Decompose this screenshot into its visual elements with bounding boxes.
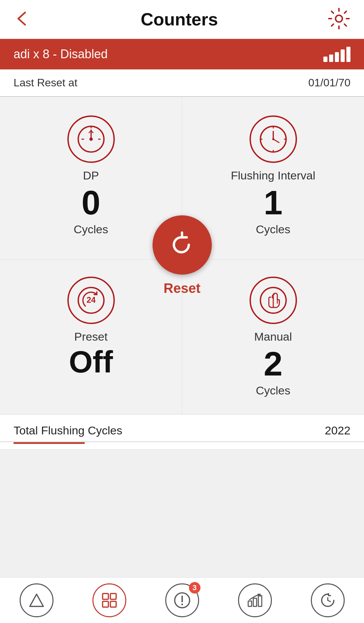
nav-item-grid[interactable] — [89, 580, 130, 621]
svg-line-34 — [328, 600, 330, 602]
nav-item-history[interactable] — [307, 580, 348, 621]
settings-button[interactable] — [327, 7, 350, 31]
preset-label: Preset — [74, 330, 107, 343]
flushing-interval-label: Flushing Interval — [231, 169, 315, 182]
page-title: Counters — [141, 9, 218, 29]
back-button[interactable] — [14, 10, 31, 29]
triangle-icon — [20, 583, 53, 617]
svg-rect-30 — [248, 601, 252, 606]
dp-label: DP — [83, 169, 99, 182]
svg-rect-25 — [103, 601, 108, 607]
svg-rect-23 — [103, 594, 108, 599]
total-row: Total Flushing Cycles 2022 — [0, 414, 364, 442]
grid-icon — [92, 583, 126, 617]
bottom-nav: 3 — [0, 577, 364, 623]
svg-point-0 — [336, 15, 342, 22]
history-icon — [311, 583, 345, 617]
svg-text:24: 24 — [86, 295, 95, 304]
manual-label: Manual — [254, 330, 292, 343]
flushing-interval-unit: Cycles — [256, 223, 290, 236]
counter-grid: DP 0 Cycles Flushing Interval 1 Cycles — [0, 96, 364, 414]
last-reset-value: 01/01/70 — [308, 77, 350, 89]
total-flushing-value: 2022 — [325, 424, 350, 437]
last-reset-row: Last Reset at 01/01/70 — [0, 69, 364, 96]
total-flushing-section: Total Flushing Cycles 2022 — [0, 414, 364, 450]
nav-item-chart[interactable] — [235, 580, 275, 621]
manual-unit: Cycles — [256, 384, 290, 397]
header: Counters — [0, 0, 364, 39]
reset-label: Reset — [164, 281, 200, 296]
flushing-interval-value: 1 — [264, 186, 283, 219]
last-reset-label: Last Reset at — [14, 77, 78, 89]
chart-icon — [238, 583, 272, 617]
svg-marker-22 — [30, 594, 43, 606]
dp-value: 0 — [82, 186, 101, 219]
nav-item-home[interactable] — [16, 580, 57, 621]
signal-icon — [323, 47, 350, 62]
svg-rect-26 — [110, 601, 116, 607]
dp-unit: Cycles — [73, 223, 108, 236]
total-flushing-label: Total Flushing Cycles — [14, 424, 122, 437]
svg-point-29 — [181, 604, 183, 605]
reset-center: Reset — [152, 215, 212, 296]
preset-value: Off — [69, 347, 113, 377]
svg-line-12 — [273, 139, 279, 143]
status-bar: adi x 8 - Disabled — [0, 39, 364, 69]
svg-rect-31 — [253, 598, 257, 606]
svg-rect-32 — [258, 596, 262, 606]
svg-rect-24 — [110, 594, 116, 599]
reset-button[interactable] — [152, 215, 212, 275]
manual-value: 2 — [264, 347, 283, 381]
preset-icon: 24 — [67, 277, 115, 324]
nav-item-alert[interactable]: 3 — [162, 580, 202, 621]
manual-icon — [250, 277, 297, 324]
alert-badge: 3 — [189, 582, 200, 594]
status-text: adi x 8 - Disabled — [14, 47, 108, 61]
dp-icon — [67, 115, 115, 163]
flushing-interval-icon — [250, 115, 297, 163]
